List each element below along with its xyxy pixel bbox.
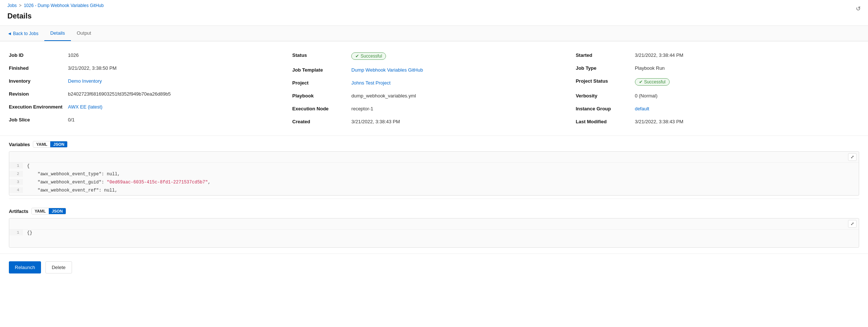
- label-inventory: Inventory: [9, 78, 68, 84]
- artifacts-toggle: YAML JSON: [31, 208, 66, 214]
- code-line-2: 2 "awx_webhook_event_type": null,: [9, 171, 859, 179]
- label-verbosity: Verbosity: [576, 93, 635, 99]
- code-line-4: 4 "awx_webhook_event_ref": null,: [9, 187, 859, 195]
- value-playbook: dump_webhook_variables.yml: [351, 93, 575, 99]
- field-job-type: Job Type Playbook Run: [576, 62, 859, 75]
- code-line-3: 3 "awx_webhook_event_guid": "0ed69aac-60…: [9, 179, 859, 187]
- value-execution-node: receptor-1: [351, 106, 575, 111]
- label-status: Status: [292, 52, 351, 58]
- tab-bar: ◄ Back to Jobs Details Output: [0, 26, 868, 41]
- status-check-icon: ✔: [355, 54, 359, 59]
- value-started: 3/21/2022, 3:38:44 PM: [635, 52, 859, 58]
- page-title: Details: [7, 10, 861, 24]
- breadcrumb: Jobs > 1026 - Dump Webhook Variables Git…: [7, 3, 861, 8]
- label-project: Project: [292, 80, 351, 86]
- relaunch-button[interactable]: Relaunch: [9, 261, 41, 273]
- artifacts-title: Artifacts: [9, 209, 28, 214]
- instance-group-link[interactable]: default: [635, 106, 649, 111]
- label-execution-node: Execution Node: [292, 106, 351, 111]
- section-divider: [9, 199, 859, 199]
- value-inventory: Demo Inventory: [68, 78, 292, 84]
- field-execution-environment: Execution Environment AWX EE (latest): [9, 100, 292, 113]
- artifacts-expand-button[interactable]: ⤢: [848, 220, 857, 228]
- variables-title: Variables: [9, 142, 30, 147]
- status-badge: ✔ Successful: [351, 52, 386, 60]
- field-verbosity: Verbosity 0 (Normal): [576, 89, 859, 102]
- history-icon[interactable]: ↺: [856, 6, 861, 12]
- details-grid: Job ID 1026 Finished 3/21/2022, 3:38:50 …: [0, 41, 868, 136]
- execution-env-link[interactable]: AWX EE (latest): [68, 104, 102, 110]
- breadcrumb-separator: >: [19, 3, 21, 8]
- value-execution-environment: AWX EE (latest): [68, 104, 292, 110]
- label-job-template: Job Template: [292, 67, 351, 73]
- variables-json-btn[interactable]: JSON: [50, 141, 67, 147]
- job-template-link[interactable]: Dump Webhook Variables GitHub: [351, 67, 423, 73]
- tab-output[interactable]: Output: [71, 26, 97, 41]
- artifacts-code-lines: 1 {}: [9, 230, 859, 238]
- field-execution-node: Execution Node receptor-1: [292, 102, 575, 115]
- variables-label: Variables YAML JSON: [0, 136, 868, 150]
- variables-toggle: YAML JSON: [33, 141, 68, 148]
- project-status-text: Successful: [644, 79, 666, 85]
- label-created: Created: [292, 119, 351, 124]
- label-last-modified: Last Modified: [576, 119, 635, 124]
- code-line-1: 1 {: [9, 163, 859, 171]
- details-col-1: Job ID 1026 Finished 3/21/2022, 3:38:50 …: [9, 49, 292, 128]
- field-job-template: Job Template Dump Webhook Variables GitH…: [292, 63, 575, 76]
- variables-code-editor: ⤢ 1 { 2 "awx_webhook_event_type": null, …: [9, 151, 859, 196]
- artifacts-json-btn[interactable]: JSON: [49, 208, 66, 214]
- project-status-check-icon: ✔: [639, 79, 643, 85]
- value-verbosity: 0 (Normal): [635, 93, 859, 99]
- field-inventory: Inventory Demo Inventory: [9, 75, 292, 87]
- variables-section: Variables YAML JSON ⤢ 1 { 2 "awx_webhoo: [0, 136, 868, 196]
- artifacts-expand-icon: ⤢: [851, 221, 854, 226]
- value-status: ✔ Successful: [351, 52, 575, 60]
- artifacts-label: Artifacts YAML JSON: [0, 203, 868, 217]
- artifacts-yaml-btn[interactable]: YAML: [32, 208, 49, 214]
- field-started: Started 3/21/2022, 3:38:44 PM: [576, 49, 859, 62]
- value-revision: b2402723f6816903251fd352f949b70ea26d89b5: [68, 91, 292, 97]
- field-created: Created 3/21/2022, 3:38:43 PM: [292, 115, 575, 128]
- value-project-status: ✔ Successful: [635, 78, 859, 86]
- expand-icon: ⤢: [851, 155, 854, 159]
- field-finished: Finished 3/21/2022, 3:38:50 PM: [9, 62, 292, 75]
- value-job-template: Dump Webhook Variables GitHub: [351, 67, 575, 73]
- artifact-line-1: 1 {}: [9, 230, 859, 238]
- value-job-slice: 0/1: [68, 117, 292, 123]
- variables-yaml-btn[interactable]: YAML: [33, 141, 50, 147]
- breadcrumb-current-link[interactable]: 1026 - Dump Webhook Variables GitHub: [24, 3, 103, 8]
- value-finished: 3/21/2022, 3:38:50 PM: [68, 65, 292, 71]
- inventory-link[interactable]: Demo Inventory: [68, 78, 102, 84]
- value-created: 3/21/2022, 3:38:43 PM: [351, 119, 575, 124]
- label-started: Started: [576, 52, 635, 58]
- field-status: Status ✔ Successful: [292, 49, 575, 63]
- label-execution-environment: Execution Environment: [9, 104, 68, 110]
- breadcrumb-jobs-link[interactable]: Jobs: [7, 3, 17, 8]
- label-job-id: Job ID: [9, 52, 68, 58]
- details-col-3: Started 3/21/2022, 3:38:44 PM Job Type P…: [576, 49, 859, 128]
- delete-button[interactable]: Delete: [45, 261, 72, 273]
- bottom-actions: Relaunch Delete: [0, 254, 868, 281]
- field-job-slice: Job Slice 0/1: [9, 113, 292, 126]
- field-last-modified: Last Modified 3/21/2022, 3:38:43 PM: [576, 115, 859, 128]
- project-link[interactable]: Johns Test Project: [351, 80, 390, 86]
- label-playbook: Playbook: [292, 93, 351, 99]
- label-job-slice: Job Slice: [9, 117, 68, 123]
- label-instance-group: Instance Group: [576, 106, 635, 111]
- back-to-jobs-button[interactable]: ◄ Back to Jobs: [7, 27, 44, 41]
- variables-expand-button[interactable]: ⤢: [848, 153, 857, 161]
- label-revision: Revision: [9, 91, 68, 97]
- variables-code-lines: 1 { 2 "awx_webhook_event_type": null, 3 …: [9, 163, 859, 195]
- field-project-status: Project Status ✔ Successful: [576, 75, 859, 89]
- field-revision: Revision b2402723f6816903251fd352f949b70…: [9, 87, 292, 100]
- artifacts-code-editor: ⤢ 1 {}: [9, 218, 859, 248]
- status-text: Successful: [360, 54, 382, 59]
- field-job-id: Job ID 1026: [9, 49, 292, 62]
- label-job-type: Job Type: [576, 65, 635, 71]
- project-status-badge: ✔ Successful: [635, 78, 670, 86]
- tab-details[interactable]: Details: [44, 26, 71, 41]
- value-job-type: Playbook Run: [635, 65, 859, 71]
- value-project: Johns Test Project: [351, 80, 575, 86]
- artifacts-section: Artifacts YAML JSON ⤢ 1 {}: [0, 203, 868, 248]
- field-project: Project Johns Test Project: [292, 76, 575, 89]
